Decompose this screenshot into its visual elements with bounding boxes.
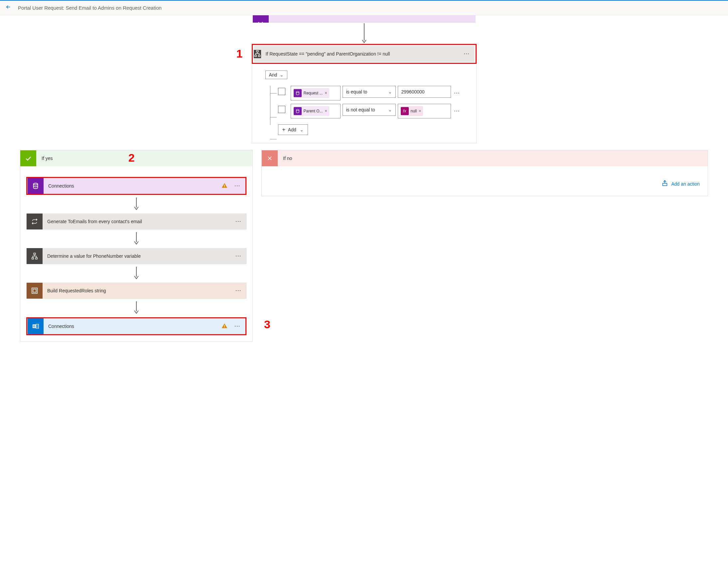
warning-icon	[221, 182, 228, 190]
chevron-down-icon: ⌄	[388, 89, 392, 95]
arrow-down-icon	[253, 23, 475, 44]
svg-rect-3	[258, 55, 260, 56]
if-yes-branch: If yes 2 Connections ···	[20, 150, 253, 341]
variable-icon: {x}	[253, 15, 269, 23]
condition-more-button[interactable]: ···	[459, 51, 474, 56]
left-operand-input[interactable]: Request ... ×	[291, 86, 341, 100]
annotation-box-1: If RequestState == "pending" and ParentO…	[252, 44, 476, 64]
arrow-down-icon	[20, 232, 253, 246]
svg-point-4	[296, 92, 298, 93]
arrow-down-icon	[20, 198, 253, 211]
if-no-branch: If no Add an action	[261, 150, 708, 196]
outlook-connections-action[interactable]: O Connections ···	[27, 318, 245, 334]
if-no-header: If no	[262, 150, 708, 166]
condition-icon	[27, 248, 43, 264]
action-title: Generate ToEmails from every contact's e…	[43, 219, 231, 224]
annotation-2: 2	[128, 151, 135, 164]
arrow-down-icon	[20, 301, 253, 315]
page-header: Portal User Request: Send Email to Admin…	[0, 1, 728, 15]
dataverse-icon	[28, 178, 44, 194]
warning-icon	[221, 323, 228, 330]
outlook-icon: O	[28, 318, 44, 334]
value-input[interactable]: fx null ×	[398, 104, 451, 119]
svg-rect-21	[224, 325, 225, 327]
svg-rect-11	[33, 253, 35, 255]
annotation-3: 3	[264, 318, 270, 331]
row-more-button[interactable]: ···	[454, 91, 460, 96]
token-parentorg[interactable]: Parent O... ×	[294, 106, 329, 116]
connections-action[interactable]: Connections ···	[27, 178, 245, 194]
action-more-button[interactable]: ···	[230, 324, 245, 329]
if-yes-label: If yes	[36, 156, 53, 161]
action-title: Connections	[44, 324, 221, 329]
svg-rect-8	[224, 186, 225, 187]
token-label: Request ...	[304, 91, 323, 96]
svg-rect-2	[254, 55, 256, 56]
dataverse-icon	[294, 107, 302, 115]
value-input[interactable]: 299600000	[398, 86, 451, 98]
if-no-label: If no	[278, 156, 292, 161]
value-text: 299600000	[401, 89, 425, 95]
generate-emails-action[interactable]: Generate ToEmails from every contact's e…	[26, 213, 246, 229]
condition-row: Request ... × is equal to ⌄ 299600000	[278, 86, 463, 100]
token-label: null	[411, 109, 417, 113]
operator-label: is equal to	[346, 89, 367, 95]
token-remove-icon[interactable]: ×	[325, 109, 327, 113]
build-roles-action[interactable]: Build RequestedRoles string ···	[26, 283, 246, 299]
chevron-down-icon: ⌄	[280, 72, 284, 77]
arrow-down-icon	[20, 267, 253, 280]
chevron-down-icon: ⌄	[388, 107, 392, 112]
svg-rect-16	[33, 289, 36, 292]
logic-operator-label: And	[269, 72, 277, 77]
add-label: Add	[288, 127, 296, 132]
token-remove-icon[interactable]: ×	[419, 109, 421, 113]
page-title: Portal User Request: Send Email to Admin…	[18, 5, 162, 11]
svg-rect-22	[224, 327, 225, 328]
svg-rect-23	[663, 183, 667, 185]
token-null[interactable]: fx null ×	[401, 106, 423, 116]
chevron-down-icon: ⌄	[300, 127, 304, 132]
condition-title: If RequestState == "pending" and ParentO…	[261, 51, 459, 56]
operator-label: is not equal to	[346, 107, 375, 112]
row-checkbox[interactable]	[278, 88, 285, 95]
condition-icon	[254, 50, 261, 58]
token-label: Parent O...	[304, 109, 323, 113]
svg-rect-1	[256, 50, 258, 52]
action-more-button[interactable]: ···	[231, 253, 246, 259]
action-more-button[interactable]: ···	[231, 219, 246, 224]
token-remove-icon[interactable]: ×	[325, 91, 327, 96]
row-checkbox[interactable]	[278, 106, 285, 113]
action-title: Determine a value for PhoneNumber variab…	[43, 253, 231, 259]
scope-icon	[27, 283, 43, 299]
condition-header[interactable]: If RequestState == "pending" and ParentO…	[254, 46, 474, 62]
svg-point-6	[33, 183, 38, 185]
svg-rect-13	[35, 258, 37, 259]
determine-phonenumber-action[interactable]: Determine a value for PhoneNumber variab…	[26, 248, 246, 264]
condition-row: Parent O... × is not equal to ⌄	[278, 104, 463, 119]
add-action-icon	[661, 180, 669, 188]
svg-rect-7	[224, 184, 225, 186]
loop-icon	[27, 213, 43, 229]
check-icon	[20, 150, 36, 166]
action-more-button[interactable]: ···	[231, 288, 246, 293]
close-icon	[262, 150, 278, 166]
declare-variable-card[interactable]: {x}	[253, 15, 475, 23]
left-operand-input[interactable]: Parent O... ×	[291, 104, 341, 119]
svg-text:O: O	[33, 325, 35, 328]
operator-dropdown[interactable]: is equal to ⌄	[342, 86, 396, 98]
row-more-button[interactable]: ···	[454, 108, 460, 114]
token-requeststate[interactable]: Request ... ×	[294, 88, 329, 98]
back-arrow-icon[interactable]	[5, 4, 11, 11]
add-action-button[interactable]: Add an action	[262, 166, 708, 196]
action-title: Connections	[44, 183, 221, 188]
add-condition-button[interactable]: + Add ⌄	[278, 124, 308, 135]
svg-rect-15	[32, 288, 37, 294]
annotation-1: 1	[236, 47, 243, 60]
add-action-label: Add an action	[671, 181, 700, 186]
operator-dropdown[interactable]: is not equal to ⌄	[342, 104, 396, 116]
action-more-button[interactable]: ···	[230, 183, 245, 188]
plus-icon: +	[282, 127, 285, 133]
svg-point-5	[296, 109, 298, 111]
if-yes-header: If yes 2	[20, 150, 253, 166]
logic-operator-dropdown[interactable]: And ⌄	[265, 71, 288, 79]
